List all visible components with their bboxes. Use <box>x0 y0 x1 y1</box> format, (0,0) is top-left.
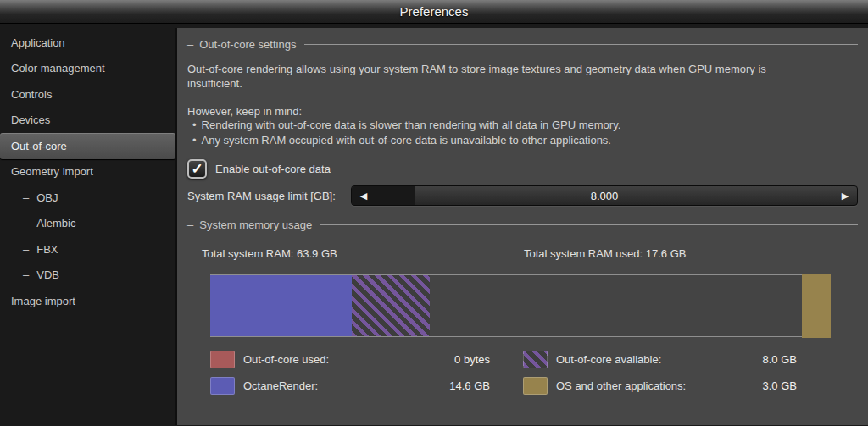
section-title: Out-of-core settings <box>199 38 296 51</box>
legend-value: 14.6 GB <box>449 379 490 392</box>
bullet-marker: • <box>192 119 197 131</box>
legend-label: OS and other applications: <box>556 379 686 392</box>
bullet-list: •Rendering with out-of-core data is slow… <box>187 119 858 148</box>
legend-swatch-striped <box>523 351 548 368</box>
sidebar-item-label: Color management <box>11 62 105 75</box>
memory-usage-bar <box>210 274 831 337</box>
sidebar-item-controls[interactable]: Controls <box>0 81 175 108</box>
sidebar-item-label: FBX <box>36 243 58 256</box>
preferences-window: ApplicationColor managementControlsDevic… <box>0 24 868 425</box>
sidebar-item-devices[interactable]: Devices <box>0 108 175 134</box>
total-system-ram-used: Total system RAM used: 17.6 GB <box>524 247 686 260</box>
sidebar-item-out-of-core[interactable]: Out-of-core <box>0 133 175 159</box>
ram-limit-row: System RAM usage limit [GB]: ◀ 8.000 ▶ <box>187 185 858 206</box>
sidebar-item-label: Controls <box>11 88 52 101</box>
memory-segment-octanerender <box>210 275 352 336</box>
legend-label: OctaneRender: <box>243 379 318 392</box>
memory-segment-out-of-core-available <box>352 275 430 336</box>
bullet-text: Any system RAM occupied with out-of-core… <box>202 134 611 147</box>
section-header-system-memory-usage: – System memory usage <box>187 219 858 231</box>
sidebar: ApplicationColor managementControlsDevic… <box>0 24 175 425</box>
sidebar-item-label: Image import <box>11 295 75 307</box>
legend-row-out-of-core-available: Out-of-core available:8.0 GB <box>523 346 797 373</box>
legend-swatch-red <box>210 351 235 368</box>
legend-value: 3.0 GB <box>763 379 797 392</box>
dash-prefix: – <box>23 243 29 256</box>
sidebar-item-alembic[interactable]: –Alembic <box>0 211 175 237</box>
dash-prefix: – <box>23 217 29 230</box>
section-header-out-of-core-settings: – Out-of-core settings <box>187 38 858 51</box>
out-of-core-intro-text: Out-of-core rendering allows using your … <box>187 62 819 91</box>
memory-segment-os-and-other-applications <box>802 274 831 338</box>
sidebar-item-label: Out-of-core <box>11 140 67 152</box>
section-rule <box>304 44 858 45</box>
ram-limit-slider[interactable]: ◀ 8.000 ▶ <box>351 185 858 206</box>
main-panel: – Out-of-core settings Out-of-core rende… <box>175 28 868 425</box>
sidebar-item-label: Application <box>11 36 65 49</box>
total-system-ram: Total system RAM: 63.9 GB <box>202 247 524 260</box>
window-title: Preferences <box>400 4 469 19</box>
bullet-item: •Any system RAM occupied with out-of-cor… <box>187 134 858 148</box>
section-rule <box>320 224 858 225</box>
legend-label: Out-of-core used: <box>243 353 329 366</box>
bullet-marker: • <box>192 134 197 147</box>
sidebar-item-label: Devices <box>11 113 50 126</box>
sidebar-item-obj[interactable]: –OBJ <box>0 185 175 211</box>
dash-prefix: – <box>23 268 29 281</box>
dash-prefix: – <box>23 191 29 204</box>
bullet-item: •Rendering with out-of-core data is slow… <box>187 119 858 133</box>
sidebar-item-vdb[interactable]: –VDB <box>0 263 175 289</box>
slider-increment-arrow-icon[interactable]: ▶ <box>833 186 857 205</box>
sidebar-item-label: Geometry import <box>11 165 93 178</box>
legend-row-octanerender: OctaneRender:14.6 GB <box>210 373 490 399</box>
legend-swatch-blue <box>210 377 235 395</box>
ram-limit-label: System RAM usage limit [GB]: <box>187 190 351 202</box>
sidebar-item-fbx[interactable]: –FBX <box>0 236 175 263</box>
sidebar-item-label: VDB <box>36 268 59 281</box>
memory-legend: Out-of-core used:0 bytesOctaneRender:14.… <box>210 346 858 399</box>
enable-out-of-core-checkbox[interactable]: ✓ <box>187 159 207 179</box>
checkmark-icon: ✓ <box>191 160 203 178</box>
enable-out-of-core-row: ✓ Enable out-of-core data <box>187 159 858 179</box>
legend-value: 8.0 GB <box>763 353 797 366</box>
sidebar-item-label: Alembic <box>36 217 75 230</box>
sidebar-item-application[interactable]: Application <box>0 30 175 56</box>
memory-totals-row: Total system RAM: 63.9 GB Total system R… <box>202 247 858 260</box>
sidebar-item-color-management[interactable]: Color management <box>0 56 175 82</box>
section-dash: – <box>187 219 193 231</box>
legend-row-out-of-core-used: Out-of-core used:0 bytes <box>210 346 490 373</box>
legend-value: 0 bytes <box>454 353 490 366</box>
legend-swatch-gold <box>523 377 548 395</box>
sidebar-item-label: OBJ <box>36 191 58 204</box>
ram-limit-value: 8.000 <box>352 186 857 205</box>
window-titlebar[interactable]: Preferences <box>0 0 868 24</box>
bullet-text: Rendering with out-of-core data is slowe… <box>202 119 621 131</box>
section-title: System memory usage <box>199 219 312 231</box>
legend-row-os-and-other-applications: OS and other applications:3.0 GB <box>523 373 797 399</box>
note-heading: However, keep in mind: <box>187 105 858 118</box>
sidebar-item-geometry-import[interactable]: Geometry import <box>0 159 175 185</box>
legend-label: Out-of-core available: <box>556 353 661 366</box>
sidebar-item-image-import[interactable]: Image import <box>0 288 175 314</box>
enable-out-of-core-label[interactable]: Enable out-of-core data <box>215 163 331 175</box>
section-dash: – <box>187 38 193 51</box>
